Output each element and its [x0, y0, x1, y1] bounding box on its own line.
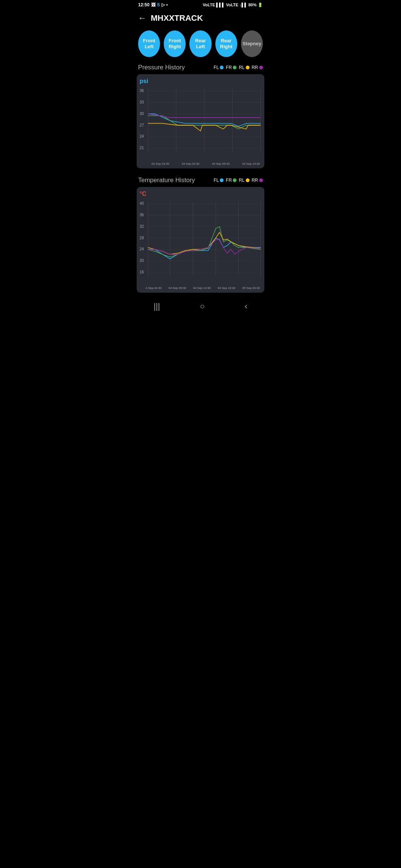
pressure-legend-rr: RR: [252, 65, 263, 70]
status-bar: 12:50 🖼 S ▷ • VoLTE ▌▌▌ VoLTE ↓▌▌ 80% 🔋: [134, 0, 267, 10]
temp-legend-fl: FL: [213, 178, 224, 183]
rr-dot: [259, 66, 263, 69]
fr-dot: [233, 66, 237, 69]
pressure-x1: 03 Sep 23:30: [151, 162, 169, 165]
dot-icon: •: [166, 2, 168, 7]
tire-button-rr[interactable]: RearRight: [215, 30, 237, 57]
rr-label: RR: [252, 65, 258, 70]
svg-text:20: 20: [140, 259, 144, 263]
battery: 80%: [248, 3, 257, 7]
tire-button-rl[interactable]: RearLeft: [189, 30, 211, 57]
photo-icon: 🖼: [151, 2, 156, 7]
nav-recent-icon[interactable]: |||: [154, 302, 160, 311]
temperature-chart: 40 36 32 28 24 20 16: [140, 198, 261, 286]
volte2: VoLTE: [226, 3, 238, 7]
battery-icon: 🔋: [258, 3, 263, 7]
status-right: VoLTE ▌▌▌ VoLTE ↓▌▌ 80% 🔋: [203, 3, 263, 7]
temp-x2: 04 Sep 09:30: [169, 286, 186, 290]
fr-label: FR: [226, 65, 232, 70]
pressure-unit: psi: [140, 78, 261, 85]
svg-text:30: 30: [140, 112, 144, 116]
s-icon: S: [157, 2, 160, 7]
svg-text:24: 24: [140, 134, 144, 138]
temperature-title: Temperature History: [138, 177, 195, 184]
nav-back-icon[interactable]: ‹: [245, 302, 247, 311]
rl-label: RL: [239, 65, 244, 70]
svg-text:27: 27: [140, 123, 144, 127]
pressure-x4: 04 Sep 14:30: [242, 162, 260, 165]
pressure-section-header: Pressure History FL FR RL RR: [134, 61, 267, 73]
page-title: MHXXTRACK: [151, 13, 203, 23]
tire-button-stepney[interactable]: Stepney: [241, 30, 263, 57]
temp-x1: 4 Sep 04:30: [146, 286, 162, 290]
svg-text:21: 21: [140, 146, 144, 150]
pressure-chart-container: psi 36 33 30 27 24 21 03 Sep 23:30 04 Se…: [137, 74, 264, 168]
pressure-legend-fr: FR: [226, 65, 237, 70]
temp-fr-label: FR: [226, 178, 232, 183]
signal2: ↓▌▌: [239, 3, 247, 7]
pressure-x2: 04 Sep 04:30: [182, 162, 199, 165]
temp-rr-label: RR: [252, 178, 258, 183]
temp-x5: 05 Sep 00:30: [242, 286, 260, 290]
pressure-legend: FL FR RL RR: [213, 65, 263, 70]
volte1: VoLTE: [203, 3, 215, 7]
signal1: ▌▌▌: [216, 3, 225, 7]
pressure-legend-fl: FL: [213, 65, 224, 70]
fl-dot: [220, 66, 224, 69]
temperature-x-labels: 4 Sep 04:30 04 Sep 09:30 04 Sep 14:30 04…: [140, 286, 261, 290]
status-left: 12:50 🖼 S ▷ •: [138, 2, 168, 7]
svg-text:33: 33: [140, 100, 144, 104]
nav-bar: ||| ○ ‹: [134, 296, 267, 315]
temp-fl-label: FL: [213, 178, 219, 183]
pressure-x3: 04 Sep 09:30: [212, 162, 230, 165]
time: 12:50: [138, 2, 150, 7]
back-button[interactable]: ←: [138, 13, 146, 23]
header: ← MHXXTRACK: [134, 10, 267, 27]
temp-fr-dot: [233, 178, 237, 182]
temperature-legend: FL FR RL RR: [213, 178, 263, 183]
pressure-title: Pressure History: [138, 64, 185, 71]
fl-label: FL: [213, 65, 219, 70]
svg-text:28: 28: [140, 236, 144, 240]
pressure-x-labels: 03 Sep 23:30 04 Sep 04:30 04 Sep 09:30 0…: [140, 161, 261, 165]
svg-text:36: 36: [140, 213, 144, 217]
nav-home-icon[interactable]: ○: [200, 302, 205, 311]
pressure-chart: 36 33 30 27 24 21: [140, 85, 261, 161]
temperature-unit: °C: [140, 191, 261, 197]
svg-text:16: 16: [140, 270, 144, 274]
temp-x4: 04 Sep 19:30: [218, 286, 235, 290]
tire-button-fr[interactable]: FrontRight: [164, 30, 186, 57]
rl-dot: [246, 66, 250, 69]
temp-x3: 04 Sep 14:30: [193, 286, 211, 290]
temp-rl-dot: [246, 178, 250, 182]
temp-rl-label: RL: [239, 178, 244, 183]
temp-legend-rl: RL: [239, 178, 249, 183]
temp-rr-dot: [259, 178, 263, 182]
temp-legend-fr: FR: [226, 178, 237, 183]
svg-text:40: 40: [140, 201, 144, 206]
tire-buttons-container: FrontLeft FrontRight RearLeft RearRight …: [134, 27, 267, 61]
tire-button-fl[interactable]: FrontLeft: [138, 30, 160, 57]
svg-text:36: 36: [140, 89, 144, 93]
temperature-chart-container: °C 40 36 32 28 24 20 16 4 Sep 04: [137, 187, 264, 293]
temp-fl-dot: [220, 178, 224, 182]
temp-legend-rr: RR: [252, 178, 263, 183]
svg-text:24: 24: [140, 247, 144, 251]
temperature-section-header: Temperature History FL FR RL RR: [134, 174, 267, 185]
play-icon: ▷: [162, 2, 165, 7]
svg-text:32: 32: [140, 224, 144, 228]
pressure-legend-rl: RL: [239, 65, 249, 70]
